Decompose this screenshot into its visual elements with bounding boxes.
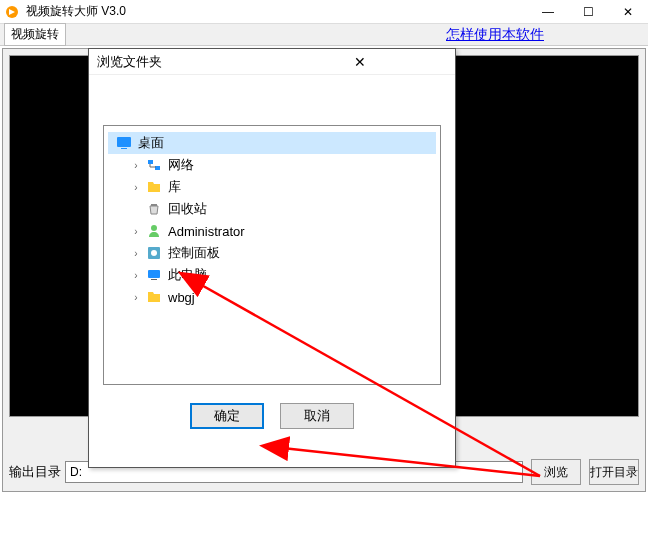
tree-item-network[interactable]: › 网络: [126, 154, 436, 176]
expander-icon[interactable]: ›: [130, 226, 142, 237]
library-icon: [146, 179, 162, 195]
recycle-icon: [146, 201, 162, 217]
svg-rect-5: [151, 204, 157, 206]
minimize-button[interactable]: —: [528, 1, 568, 23]
svg-rect-2: [121, 148, 127, 149]
control-panel-icon: [146, 245, 162, 261]
tree-item-library[interactable]: › 库: [126, 176, 436, 198]
dialog-buttons: 确定 取消: [89, 403, 455, 429]
svg-rect-1: [117, 137, 131, 147]
expander-icon[interactable]: ›: [130, 292, 142, 303]
tree-label: Administrator: [166, 224, 245, 239]
dialog-titlebar: 浏览文件夹 ✕: [89, 49, 455, 75]
window-title: 视频旋转大师 V3.0: [24, 3, 528, 20]
user-icon: [146, 223, 162, 239]
ok-button[interactable]: 确定: [190, 403, 264, 429]
tree-label: 桌面: [136, 134, 164, 152]
tree-label: 网络: [166, 156, 194, 174]
close-button[interactable]: ✕: [608, 1, 648, 23]
expander-icon[interactable]: ›: [130, 182, 142, 193]
menubar: 视频旋转 怎样使用本软件: [0, 24, 648, 46]
window-controls: — ☐ ✕: [528, 1, 648, 23]
folder-icon: [146, 289, 162, 305]
svg-rect-3: [148, 160, 153, 164]
svg-rect-9: [148, 270, 160, 278]
tree-label: 控制面板: [166, 244, 220, 262]
expander-icon[interactable]: ›: [130, 248, 142, 259]
menu-rotate[interactable]: 视频旋转: [4, 23, 66, 46]
help-link[interactable]: 怎样使用本软件: [446, 26, 544, 44]
browse-folder-dialog: 浏览文件夹 ✕ 桌面 › 网络 › 库 回收站: [88, 48, 456, 468]
network-icon: [146, 157, 162, 173]
tree-item-wbgj[interactable]: › wbgj: [126, 286, 436, 308]
browse-button[interactable]: 浏览: [531, 459, 581, 485]
tree-item-recycle[interactable]: 回收站: [126, 198, 436, 220]
folder-tree[interactable]: 桌面 › 网络 › 库 回收站 › Administrator: [103, 125, 441, 385]
tree-label: 回收站: [166, 200, 207, 218]
expander-icon[interactable]: ›: [130, 270, 142, 281]
open-dir-button[interactable]: 打开目录: [589, 459, 639, 485]
desktop-icon: [116, 135, 132, 151]
titlebar: 视频旋转大师 V3.0 — ☐ ✕: [0, 0, 648, 24]
tree-label: 库: [166, 178, 181, 196]
computer-icon: [146, 267, 162, 283]
svg-point-6: [151, 225, 157, 231]
output-label: 输出目录: [9, 463, 61, 481]
tree-root-desktop[interactable]: 桌面: [108, 132, 436, 154]
tree-label: wbgj: [166, 290, 195, 305]
maximize-button[interactable]: ☐: [568, 1, 608, 23]
dialog-close-button[interactable]: ✕: [272, 54, 447, 70]
dialog-title-text: 浏览文件夹: [97, 53, 272, 71]
svg-rect-10: [151, 279, 157, 280]
tree-item-control-panel[interactable]: › 控制面板: [126, 242, 436, 264]
tree-children: › 网络 › 库 回收站 › Administrator ›: [108, 154, 436, 308]
tree-item-this-pc[interactable]: › 此电脑: [126, 264, 436, 286]
app-icon: [4, 4, 20, 20]
cancel-button[interactable]: 取消: [280, 403, 354, 429]
tree-item-administrator[interactable]: › Administrator: [126, 220, 436, 242]
tree-label: 此电脑: [166, 266, 207, 284]
svg-point-8: [151, 250, 157, 256]
expander-icon[interactable]: ›: [130, 160, 142, 171]
